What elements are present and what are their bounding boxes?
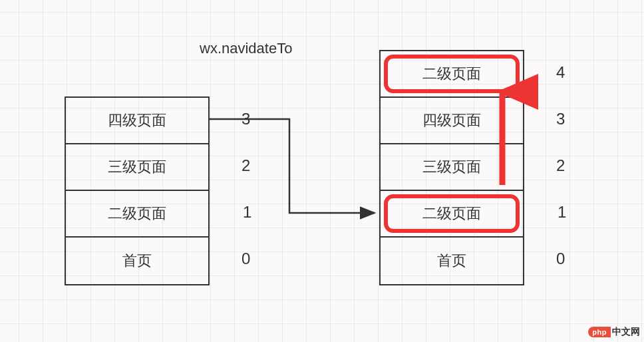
stack-cell: 二级页面 (66, 191, 208, 238)
cell-label: 二级页面 (108, 204, 166, 224)
cell-label: 四级页面 (108, 110, 166, 130)
watermark-badge: php (588, 327, 611, 337)
cell-label: 首页 (122, 251, 152, 271)
index-label: 0 (242, 250, 250, 268)
diagram-title: wx.navidateTo (200, 40, 292, 57)
index-label: 0 (556, 250, 565, 268)
index-label: 3 (556, 110, 565, 128)
index-label: 4 (556, 63, 565, 82)
cell-label: 三级页面 (108, 157, 166, 177)
left-stack: 四级页面 三级页面 二级页面 首页 (65, 96, 210, 285)
stack-cell: 首页 (66, 238, 208, 284)
index-label: 1 (558, 203, 566, 222)
stack-cell: 二级页面 (381, 191, 523, 238)
stack-cell: 首页 (381, 238, 523, 284)
stack-cell: 四级页面 (66, 98, 208, 144)
watermark: php 中文网 (588, 326, 640, 338)
cell-label: 二级页面 (422, 204, 481, 224)
push-arrow (489, 85, 516, 192)
index-label: 2 (556, 156, 565, 175)
navigate-arrow (210, 116, 383, 223)
watermark-text: 中文网 (612, 326, 640, 338)
cell-label: 二级页面 (422, 64, 481, 84)
cell-label: 首页 (437, 251, 466, 271)
cell-label: 四级页面 (422, 110, 481, 130)
stack-cell: 三级页面 (66, 144, 208, 191)
cell-label: 三级页面 (422, 157, 481, 177)
